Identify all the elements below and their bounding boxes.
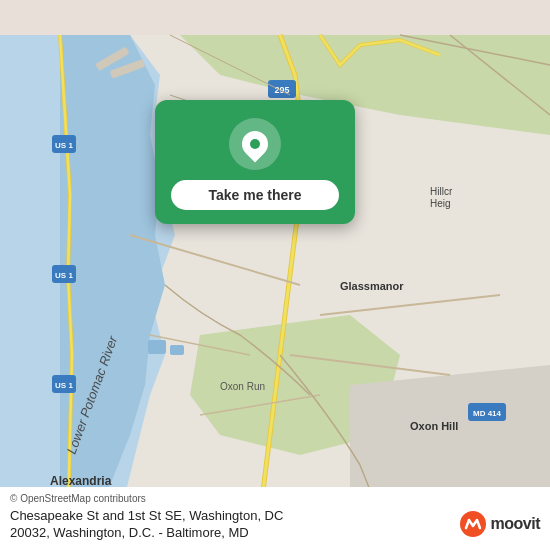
svg-text:Hillcr: Hillcr [430, 186, 453, 197]
popup-card: Take me there [155, 100, 355, 224]
moovit-icon [459, 510, 487, 538]
map-container: 295 295 US 1 US 1 US 1 MD 414 Lower Poto… [0, 0, 550, 550]
svg-rect-33 [170, 345, 184, 355]
svg-text:US 1: US 1 [55, 381, 73, 390]
map-attribution: © OpenStreetMap contributors [10, 493, 540, 504]
location-info: Chesapeake St and 1st St SE, Washington,… [10, 507, 540, 542]
svg-text:MD 414: MD 414 [473, 409, 502, 418]
moovit-logo: moovit [459, 510, 540, 538]
attribution-text: © OpenStreetMap contributors [10, 493, 146, 504]
location-pin-icon [237, 126, 274, 163]
location-text: Chesapeake St and 1st St SE, Washington,… [10, 507, 449, 542]
svg-text:Heig: Heig [430, 198, 451, 209]
location-icon-wrapper [229, 118, 281, 170]
location-line2: 20032, Washington, D.C. - Baltimore, MD [10, 525, 249, 540]
take-me-there-button[interactable]: Take me there [171, 180, 339, 210]
svg-text:Glassmanor: Glassmanor [340, 280, 404, 292]
svg-text:US 1: US 1 [55, 141, 73, 150]
svg-rect-32 [148, 340, 166, 354]
bottom-bar: © OpenStreetMap contributors Chesapeake … [0, 487, 550, 550]
moovit-brand-text: moovit [491, 515, 540, 533]
map-background: 295 295 US 1 US 1 US 1 MD 414 Lower Poto… [0, 0, 550, 550]
svg-text:US 1: US 1 [55, 271, 73, 280]
svg-text:Oxon Hill: Oxon Hill [410, 420, 458, 432]
svg-text:Oxon Run: Oxon Run [220, 381, 265, 392]
svg-text:Alexandria: Alexandria [50, 474, 112, 488]
location-line1: Chesapeake St and 1st St SE, Washington,… [10, 508, 283, 523]
